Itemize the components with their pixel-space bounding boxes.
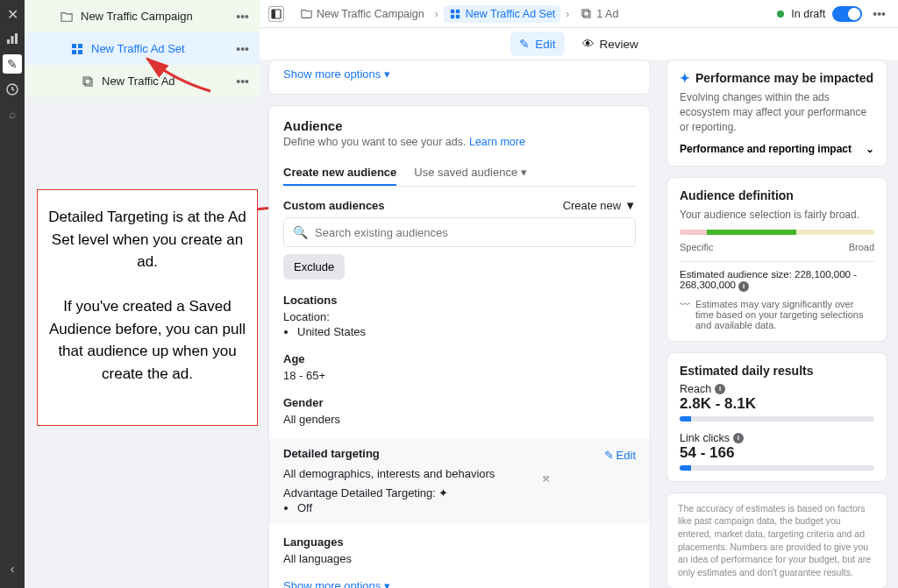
pencil-icon: ✎: [604, 449, 614, 462]
clock-icon[interactable]: [4, 81, 21, 98]
detailed-targeting-label: Detailed targeting: [283, 447, 380, 460]
dots-icon[interactable]: •••: [232, 74, 253, 89]
annotation-p2: If you've created a Saved Audience befor…: [48, 295, 246, 385]
tab-review-label: Review: [600, 38, 638, 51]
detailed-targeting-edit[interactable]: ✎Edit: [604, 449, 636, 462]
top-right-controls: In draft •••: [777, 6, 889, 22]
clicks-bar: [680, 465, 874, 471]
folder-icon: [300, 8, 312, 20]
chevron-right-icon: ›: [435, 8, 438, 20]
expand-icon[interactable]: ‹: [4, 560, 21, 577]
breadcrumb-ad-label: 1 Ad: [596, 8, 618, 20]
audience-def-title: Audience definition: [680, 188, 874, 202]
annotation-p1: Detailed Targeting is at the Ad Set leve…: [48, 206, 246, 273]
show-more-options[interactable]: Show more options ▾: [283, 67, 390, 81]
tab-review[interactable]: 👁 Review: [574, 32, 647, 56]
sparkle-icon: ✦: [438, 486, 448, 499]
reach-value: 2.8K - 8.1K: [680, 395, 874, 413]
create-new-dropdown[interactable]: Create new ▼: [563, 199, 636, 212]
age-label: Age: [283, 352, 636, 365]
tab-edit-label: Edit: [535, 38, 555, 51]
search-icon: 🔍: [293, 225, 308, 239]
breadcrumb-ad[interactable]: 1 Ad: [574, 5, 624, 23]
breadcrumb-adset-label: New Traffic Ad Set: [466, 8, 556, 20]
tab-edit[interactable]: ✎ Edit: [510, 32, 564, 56]
more-icon[interactable]: •••: [869, 7, 889, 21]
reach-bar: [680, 416, 874, 422]
breadcrumb-adset[interactable]: New Traffic Ad Set: [444, 5, 561, 23]
card-top-fragment: Show more options ▾: [268, 60, 651, 95]
est-note: 〰 Estimates may vary significantly over …: [680, 299, 874, 330]
campaign-tree: New Traffic Campaign ••• New Traffic Ad …: [25, 0, 260, 97]
adset-grid-icon: [70, 42, 84, 56]
audience-definition-card: Audience definition Your audience select…: [666, 177, 887, 341]
chart-icon[interactable]: [4, 30, 21, 47]
search-icon[interactable]: ⌕: [4, 105, 21, 123]
languages-section: Languages All languages: [283, 535, 636, 565]
location-sub: Location:: [283, 310, 636, 323]
clicks-value: 54 - 166: [680, 444, 874, 462]
sparkle-icon: ✦: [680, 71, 690, 85]
pencil-icon[interactable]: ✎: [3, 54, 22, 74]
reach-label: Reach i: [680, 383, 874, 395]
pencil-icon: ✎: [519, 37, 530, 51]
performance-card: ✦Performance may be impacted Evolving ch…: [666, 60, 887, 166]
audience-def-sub: Your audience selection is fairly broad.: [680, 208, 874, 223]
svg-rect-17: [584, 11, 590, 18]
info-icon[interactable]: i: [715, 384, 725, 394]
performance-body: Evolving changes within the ads ecosyste…: [680, 90, 874, 134]
tab-saved-audience[interactable]: Use saved audience ▾: [414, 160, 526, 186]
toggle-switch[interactable]: [832, 6, 862, 22]
info-icon[interactable]: i: [738, 281, 749, 292]
tree-ad-label: New Traffic Ad: [102, 74, 232, 88]
performance-expand[interactable]: Performance and reporting impact ⌄: [680, 143, 874, 155]
svg-rect-0: [7, 39, 10, 44]
tab-create-audience[interactable]: Create new audience: [283, 160, 396, 186]
est-audience-size: Estimated audience size: 228,100,000 - 2…: [680, 261, 874, 292]
tree-adset[interactable]: New Traffic Ad Set •••: [25, 32, 260, 65]
tree-ad[interactable]: New Traffic Ad •••: [25, 65, 260, 97]
audience-card: Audience Define who you want to see your…: [268, 105, 651, 588]
search-audiences-input[interactable]: 🔍: [283, 217, 636, 247]
svg-rect-15: [456, 14, 460, 18]
dots-icon[interactable]: •••: [232, 42, 253, 56]
dots-icon[interactable]: •••: [232, 10, 253, 24]
age-section: Age 18 - 65+: [283, 352, 636, 382]
audience-tabs: Create new audience Use saved audience ▾: [283, 160, 636, 187]
learn-more-link[interactable]: Learn more: [469, 136, 525, 148]
tree-campaign[interactable]: New Traffic Campaign •••: [25, 0, 260, 32]
detailed-targeting-value: All demographics, interests and behavior…: [283, 467, 636, 480]
left-icon-bar: ✕ ✎ ⌕ ‹: [0, 0, 25, 588]
languages-value: All languages: [283, 552, 636, 565]
show-more-options-2[interactable]: Show more options ▾: [283, 579, 390, 588]
svg-rect-4: [72, 44, 76, 48]
scale-labels: Specific Broad: [680, 242, 874, 252]
gender-value: All genders: [283, 413, 636, 426]
folder-icon: [60, 10, 74, 24]
search-audiences-field[interactable]: [315, 226, 626, 239]
gender-label: Gender: [283, 396, 636, 409]
svg-rect-13: [456, 9, 460, 12]
tree-adset-label: New Traffic Ad Set: [91, 42, 232, 55]
gender-section: Gender All genders: [283, 396, 636, 426]
exclude-button[interactable]: Exclude: [283, 254, 345, 280]
adset-grid-icon: [449, 8, 461, 20]
draft-status-label: In draft: [791, 8, 825, 20]
info-icon[interactable]: i: [733, 433, 744, 443]
close-icon[interactable]: ✕: [4, 5, 21, 23]
custom-audiences-label: Custom audiences: [283, 199, 385, 212]
tree-campaign-label: New Traffic Campaign: [81, 10, 232, 23]
clicks-label: Link clicks i: [680, 432, 874, 444]
daily-title: Estimated daily results: [680, 364, 874, 378]
breadcrumb-campaign-label: New Traffic Campaign: [317, 8, 424, 20]
scale-specific: Specific: [680, 242, 714, 252]
audience-subtitle: Define who you want to see your ads. Lea…: [283, 136, 636, 148]
panel-toggle-icon[interactable]: [268, 6, 284, 22]
breadcrumb-campaign[interactable]: New Traffic Campaign: [295, 5, 430, 23]
caret-down-icon: ▼: [624, 199, 636, 212]
draft-status-dot: [777, 11, 784, 18]
svg-rect-2: [15, 33, 18, 44]
advantage-value: Off: [297, 501, 636, 514]
eye-icon: 👁: [582, 38, 595, 51]
advantage-row: Advantage Detailed Targeting: ✦: [283, 486, 636, 499]
